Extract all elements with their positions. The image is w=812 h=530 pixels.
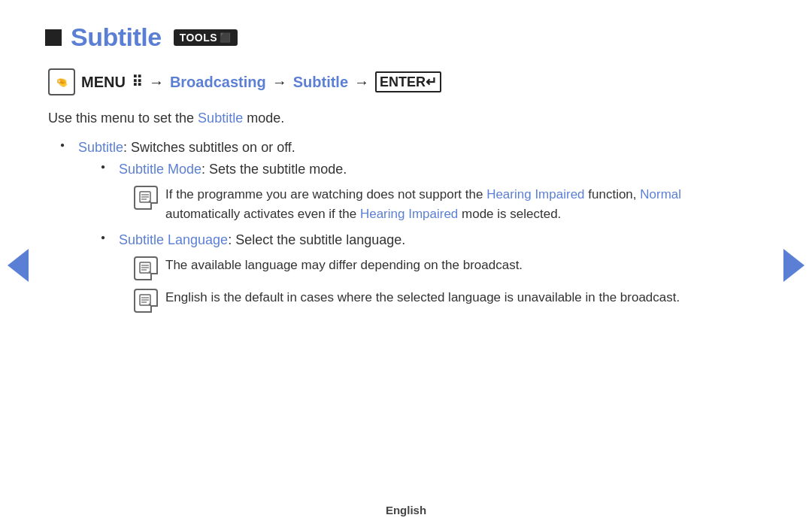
page-header: Subtitle TOOLS⬛ (45, 23, 752, 52)
nav-broadcasting: Broadcasting (170, 74, 266, 91)
page-container: Subtitle TOOLS⬛ 🤏 MENU ⠿ → Broadcasting … (0, 0, 812, 530)
footer-language: English (386, 504, 426, 516)
note-1-text: If the programme you are watching does n… (165, 185, 752, 225)
note-icon-3 (134, 289, 158, 313)
subtitle-text: : Switches subtitles on or off. (123, 140, 295, 155)
enter-label: ENTER (380, 74, 426, 90)
note-icon-1 (134, 186, 158, 210)
intro-suffix: mode. (243, 111, 284, 126)
note-block-2: The available language may differ depend… (134, 256, 752, 280)
subtitle-language-text: : Select the subtitle language. (228, 232, 405, 247)
menu-icon: 🤏 (48, 68, 75, 95)
header-square-icon (45, 29, 62, 46)
note1-mid2: automatically activates even if the (165, 207, 360, 221)
note-icon-2 (134, 256, 158, 280)
arrow-1: → (149, 74, 164, 91)
arrow-3: → (354, 74, 369, 91)
subtitle-language-label: Subtitle Language (119, 232, 228, 247)
nav-subtitle: Subtitle (293, 74, 348, 91)
tools-badge: TOOLS⬛ (174, 29, 238, 46)
note1-mid: function, (585, 187, 641, 201)
intro-text: Use this menu to set the Subtitle mode. (45, 111, 752, 126)
intro-highlight: Subtitle (198, 111, 243, 126)
note1-prefix: If the programme you are watching does n… (165, 187, 486, 201)
menu-label: MENU (81, 74, 126, 91)
nav-arrow-left[interactable] (8, 249, 29, 282)
grid-symbol: ⠿ (132, 73, 143, 91)
nav-breadcrumb: 🤏 MENU ⠿ → Broadcasting → Subtitle → ENT… (45, 68, 752, 95)
nav-enter: ENTER↵ (375, 71, 441, 92)
hand-symbol: 🤏 (56, 77, 68, 88)
nav-arrow-right[interactable] (783, 249, 804, 282)
note-block-1: If the programme you are watching does n… (134, 185, 752, 225)
tools-label: TOOLS (180, 32, 217, 44)
note-block-3: English is the default in cases where th… (134, 288, 752, 313)
list-item-subtitle: Subtitle: Switches subtitles on or off. … (60, 140, 752, 313)
note-3-text: English is the default in cases where th… (165, 288, 752, 307)
note1-hi2: Normal (640, 187, 681, 201)
enter-symbol: ↵ (426, 74, 437, 90)
intro-prefix: Use this menu to set the (48, 111, 198, 126)
tools-icon: ⬛ (220, 32, 232, 43)
note-2-text: The available language may differ depend… (165, 256, 752, 275)
subtitle-mode-label: Subtitle Mode (119, 162, 201, 177)
list-item-subtitle-mode: Subtitle Mode: Sets the subtitle mode. (101, 162, 752, 225)
note1-hi3: Hearing Impaired (360, 207, 458, 221)
sub-bullet-list: Subtitle Mode: Sets the subtitle mode. (78, 162, 752, 313)
main-bullet-list: Subtitle: Switches subtitles on or off. … (45, 140, 752, 313)
list-item-subtitle-language: Subtitle Language: Select the subtitle l… (101, 232, 752, 313)
page-title: Subtitle (71, 23, 162, 52)
subtitle-label: Subtitle (78, 140, 123, 155)
enter-box: ENTER↵ (375, 71, 441, 92)
subtitle-mode-text: : Sets the subtitle mode. (201, 162, 347, 177)
note1-end: mode is selected. (458, 207, 561, 221)
note1-hi1: Hearing Impaired (486, 187, 584, 201)
arrow-2: → (272, 74, 287, 91)
